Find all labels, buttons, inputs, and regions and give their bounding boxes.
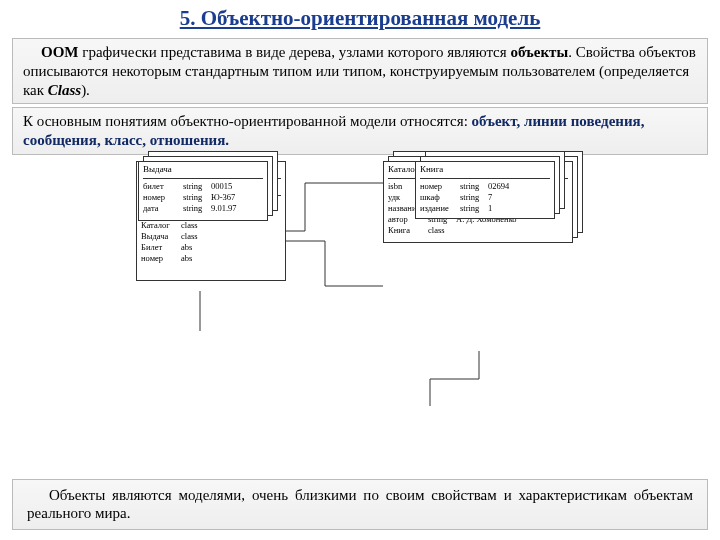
vydacha-title: Выдача [143,164,263,175]
intro-box: ООМ графически представима в виде дерева… [12,38,708,104]
table-row: шкафstring7 [420,192,550,203]
table-row: номерabs [141,253,281,264]
table-row: датаstring9.01.97 [143,203,263,214]
obj-word: объекты [510,44,568,60]
table-row: Книгаclass [388,225,568,236]
table-row: номерstringЮ-367 [143,192,263,203]
kniga-title: Книга [420,164,550,175]
concepts-a: К основным понятиям объектно-ориентирова… [23,113,472,129]
intro-text-1: графически представима в виде дерева, уз… [79,44,511,60]
footer-text: Объекты являются моделями, очень близким… [27,487,693,522]
node-kniga: Книга номерstring02694шкафstring7издание… [415,161,555,219]
table-row: билетstring00015 [143,181,263,192]
node-vydacha: Выдача билетstring00015номерstringЮ-367д… [138,161,268,221]
footer-box: Объекты являются моделями, очень близким… [12,479,708,531]
oom-abbr: ООМ [41,44,79,60]
slide-title: 5. Объектно-ориентированная модель [0,0,720,35]
concepts-box: К основным понятиям объектно-ориентирова… [12,107,708,155]
table-row: Билетabs [141,242,281,253]
table-row: номерstring02694 [420,181,550,192]
table-row: изданиеstring1 [420,203,550,214]
intro-close: ). [81,82,90,98]
class-word: Class [48,82,81,98]
diagram: Библиотека свойство тип значение районst… [100,161,620,471]
table-row: Каталогclass [141,220,281,231]
table-row: Выдачаclass [141,231,281,242]
